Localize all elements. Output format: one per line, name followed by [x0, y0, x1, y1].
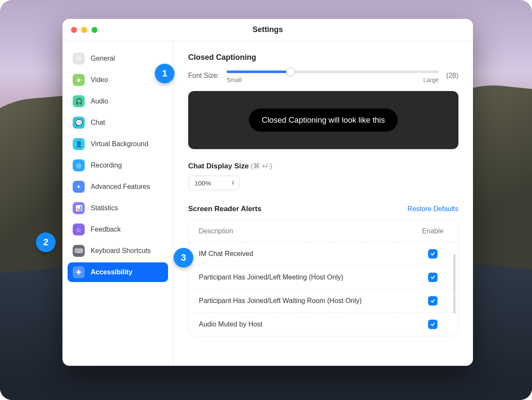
content-pane: Closed Captioning Font Size: Small Large: [174, 41, 473, 366]
sidebar-item-label: Advanced Features: [91, 183, 150, 191]
chat-display-size-value: 100%: [195, 179, 211, 187]
close-icon[interactable]: [71, 27, 77, 33]
window-title: Settings: [252, 25, 283, 34]
sidebar-item-label: Statistics: [91, 204, 118, 212]
restore-defaults-link[interactable]: Restore Defaults: [408, 205, 458, 213]
sidebar-item-statistics[interactable]: 📊Statistics: [68, 198, 168, 218]
annotation-badge-3: 3: [174, 248, 193, 268]
video-icon: ■: [73, 74, 85, 86]
screen-reader-header: Screen Reader Alerts Restore Defaults: [188, 205, 458, 213]
desktop-wallpaper: Settings ⚙General■Video🎧Audio💬Chat👤Virtu…: [0, 0, 532, 400]
closed-captioning-heading: Closed Captioning: [188, 53, 458, 62]
alert-enable-checkbox[interactable]: [428, 249, 437, 259]
stepper-icon: ▲▼: [231, 180, 235, 185]
sidebar-item-label: Virtual Background: [91, 140, 148, 148]
chat-display-hint: (⌘ +/-): [251, 162, 272, 170]
table-scrollbar[interactable]: [453, 254, 455, 314]
sidebar-item-recording[interactable]: ◎Recording: [68, 156, 168, 175]
feedback-icon: ☺: [73, 224, 85, 235]
annotation-badge-2: 2: [36, 232, 56, 252]
col-description: Description: [199, 227, 233, 235]
sidebar-item-label: Feedback: [91, 226, 121, 233]
sidebar-item-chat[interactable]: 💬Chat: [68, 113, 168, 132]
titlebar: Settings: [62, 19, 473, 41]
caption-preview-text: Closed Captioning will look like this: [249, 109, 398, 132]
recording-icon: ◎: [73, 159, 85, 171]
table-row: Audio Muted by Host: [189, 312, 458, 336]
minimize-icon[interactable]: [81, 27, 87, 33]
settings-window: Settings ⚙General■Video🎧Audio💬Chat👤Virtu…: [62, 19, 473, 366]
sidebar-item-label: Keyboard Shortcuts: [91, 247, 151, 255]
alert-description: IM Chat Received: [199, 250, 253, 258]
maximize-icon[interactable]: [92, 27, 98, 33]
sidebar-item-label: Chat: [91, 119, 105, 126]
table-header: Description Enable: [189, 221, 458, 242]
sidebar-item-virtual-background[interactable]: 👤Virtual Background: [68, 134, 168, 154]
alert-enable-checkbox[interactable]: [428, 273, 437, 282]
chat-icon: 💬: [73, 117, 85, 129]
statistics-icon: 📊: [73, 202, 85, 214]
screen-reader-heading: Screen Reader Alerts: [188, 205, 261, 213]
table-row: IM Chat Received: [189, 242, 458, 265]
sidebar-item-label: Video: [91, 76, 108, 84]
col-enable: Enable: [418, 227, 448, 235]
annotation-badge-1: 1: [155, 64, 174, 83]
screen-reader-table: Description Enable IM Chat ReceivedParti…: [188, 220, 458, 336]
sidebar-item-general[interactable]: ⚙General: [68, 49, 168, 68]
chat-display-heading: Chat Display Size: [188, 162, 249, 170]
caption-preview-box: Closed Captioning will look like this: [188, 91, 458, 149]
chat-display-section: Chat Display Size (⌘ +/-) 100% ▲▼: [188, 162, 458, 190]
sidebar: ⚙General■Video🎧Audio💬Chat👤Virtual Backgr…: [62, 41, 174, 366]
table-row: Participant Has Joined/Left Meeting (Hos…: [189, 265, 458, 289]
sidebar-item-keyboard-shortcuts[interactable]: ⌨Keyboard Shortcuts: [68, 241, 168, 261]
font-size-slider[interactable]: Small Large: [227, 68, 439, 83]
slider-min-label: Small: [227, 76, 242, 83]
table-row: Participant Has Joined/Left Waiting Room…: [189, 289, 458, 312]
sidebar-item-audio[interactable]: 🎧Audio: [68, 91, 168, 111]
traffic-lights: [71, 27, 98, 33]
sidebar-item-label: Accessibility: [91, 268, 133, 276]
alert-description: Audio Muted by Host: [199, 321, 263, 328]
font-size-row: Font Size: Small Large (28): [188, 68, 458, 83]
accessibility-icon: ✚: [73, 266, 85, 278]
sidebar-item-label: Audio: [91, 97, 108, 105]
window-body: ⚙General■Video🎧Audio💬Chat👤Virtual Backgr…: [62, 41, 473, 366]
font-size-label: Font Size:: [188, 72, 219, 79]
gear-icon: ⚙: [73, 53, 85, 65]
sidebar-item-video[interactable]: ■Video: [68, 70, 168, 90]
virtual-bg-icon: 👤: [73, 138, 85, 150]
chat-display-size-select[interactable]: 100% ▲▼: [188, 176, 239, 190]
sidebar-item-accessibility[interactable]: ✚Accessibility: [68, 262, 168, 282]
sidebar-item-advanced[interactable]: ✦Advanced Features: [68, 177, 168, 197]
alert-description: Participant Has Joined/Left Meeting (Hos…: [199, 274, 343, 281]
keyboard-icon: ⌨: [73, 245, 85, 257]
alert-description: Participant Has Joined/Left Waiting Room…: [199, 297, 362, 305]
sidebar-item-label: Recording: [91, 162, 122, 169]
slider-thumb-icon[interactable]: [286, 68, 295, 76]
alert-enable-checkbox[interactable]: [428, 296, 437, 306]
font-size-value: (28): [446, 72, 458, 79]
audio-icon: 🎧: [73, 95, 85, 107]
sidebar-item-feedback[interactable]: ☺Feedback: [68, 220, 168, 239]
advanced-icon: ✦: [73, 181, 85, 193]
alert-enable-checkbox[interactable]: [428, 320, 437, 329]
sidebar-item-label: General: [91, 55, 115, 62]
slider-max-label: Large: [423, 76, 439, 83]
